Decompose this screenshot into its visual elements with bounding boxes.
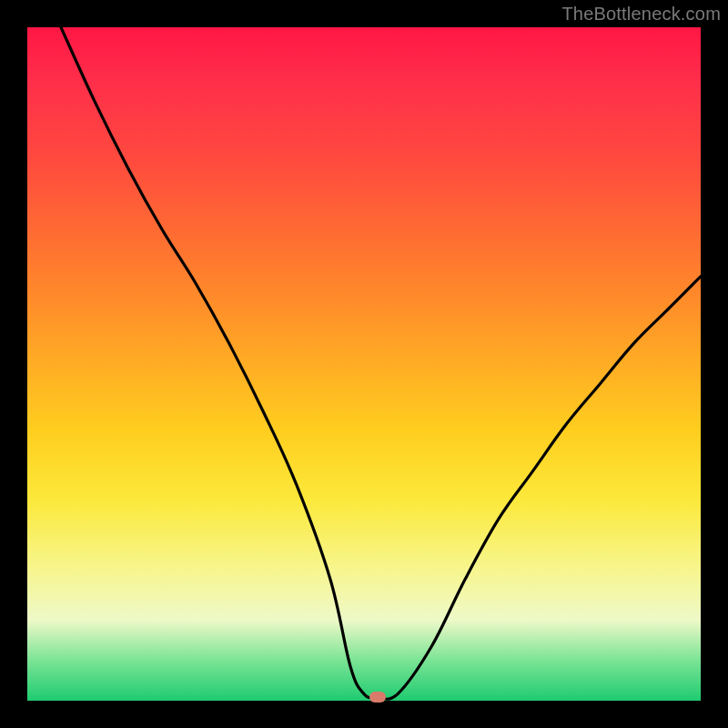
watermark-text: TheBottleneck.com: [561, 4, 721, 25]
minimum-marker: [369, 692, 386, 703]
plot-area: [27, 27, 701, 701]
bottleneck-curve: [27, 27, 701, 701]
chart-frame: TheBottleneck.com: [0, 0, 728, 728]
